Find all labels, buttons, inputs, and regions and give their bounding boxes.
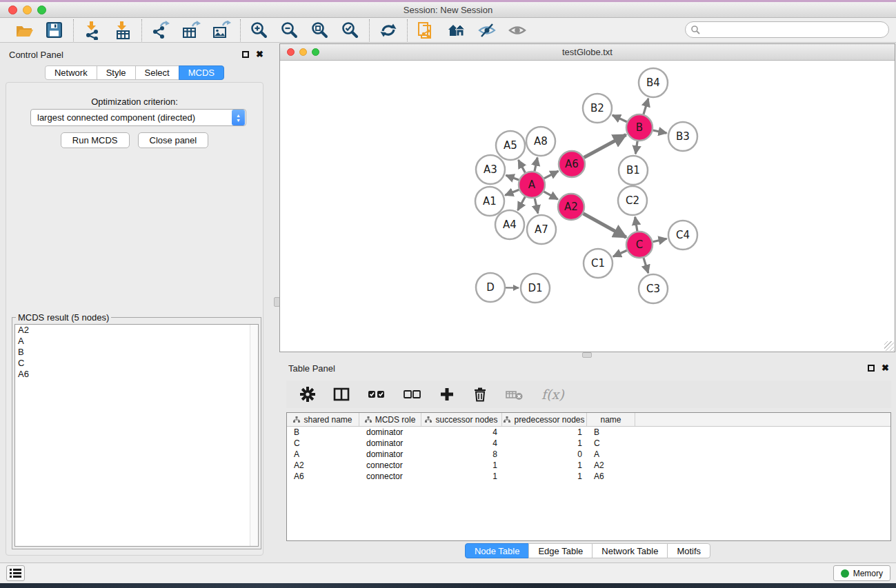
new-network-from-file-icon[interactable] (417, 21, 436, 40)
cell-predecessor-nodes[interactable]: 1 (502, 427, 587, 438)
cell-name[interactable]: A2 (587, 460, 635, 471)
table-row[interactable]: A2connector11A2 (287, 460, 890, 471)
cell-successor-nodes[interactable]: 8 (421, 449, 502, 460)
cell-mcds-role[interactable]: dominator (359, 427, 421, 438)
export-network-icon[interactable] (151, 21, 170, 40)
edge-A6-B[interactable] (584, 135, 626, 158)
edge-A-A6[interactable] (544, 171, 559, 179)
cell-predecessor-nodes[interactable]: 1 (502, 438, 587, 449)
horizontal-splitter-grip[interactable] (582, 352, 592, 358)
cell-shared-name[interactable]: C (287, 438, 359, 449)
cell-successor-nodes[interactable]: 4 (421, 438, 502, 449)
cell-name[interactable]: B (587, 427, 635, 438)
run-mcds-button[interactable]: Run MCDS (61, 132, 130, 148)
table-row[interactable]: Adominator80A (287, 449, 890, 460)
edge-C-C2[interactable] (635, 217, 637, 232)
result-item[interactable]: C (15, 358, 258, 369)
table-close-panel-icon[interactable]: ✖ (882, 365, 889, 372)
import-network-icon[interactable] (83, 21, 102, 40)
tab-network-table[interactable]: Network Table (592, 543, 668, 558)
result-item[interactable]: A6 (15, 369, 258, 380)
tab-select[interactable]: Select (135, 65, 179, 80)
search-input[interactable] (685, 21, 889, 38)
tab-mcds[interactable]: MCDS (179, 65, 224, 80)
node-table[interactable]: shared nameMCDS rolesuccessor nodesprede… (286, 412, 891, 541)
tab-edge-table[interactable]: Edge Table (528, 543, 593, 558)
task-history-button[interactable] (6, 565, 25, 581)
edge-A-A3[interactable] (506, 175, 519, 180)
close-panel-icon[interactable]: ✖ (256, 51, 263, 58)
cell-name[interactable]: A6 (587, 471, 635, 482)
edge-B-B2[interactable] (613, 115, 627, 122)
save-session-icon[interactable] (45, 21, 64, 40)
zoom-selected-icon[interactable] (341, 21, 360, 40)
cell-predecessor-nodes[interactable]: 0 (502, 449, 587, 460)
export-table-icon[interactable] (181, 21, 201, 40)
cell-mcds-role[interactable]: connector (359, 460, 421, 471)
edge-A-A1[interactable] (505, 190, 519, 195)
show-column-icon[interactable] (333, 387, 350, 402)
column-header-successor-nodes[interactable]: successor nodes (421, 413, 502, 426)
tab-motifs[interactable]: Motifs (667, 543, 710, 558)
column-header-mcds-role[interactable]: MCDS role (359, 413, 421, 426)
settings-gear-icon[interactable] (300, 387, 315, 402)
edge-C-C3[interactable] (644, 258, 648, 273)
edge-C-C4[interactable] (653, 239, 667, 242)
function-builder-icon[interactable]: f(x) (541, 387, 564, 402)
delete-table-icon[interactable] (506, 387, 524, 402)
table-row[interactable]: A6connector11A6 (287, 471, 890, 482)
table-float-panel-icon[interactable] (868, 365, 875, 372)
close-panel-button[interactable]: Close panel (138, 132, 209, 148)
cell-predecessor-nodes[interactable]: 1 (502, 471, 587, 482)
column-header-name[interactable]: name (587, 413, 635, 426)
cell-shared-name[interactable]: A (287, 449, 359, 460)
cell-name[interactable]: A (587, 449, 635, 460)
mcds-result-list[interactable]: A2ABCA6 (14, 324, 259, 547)
select-all-checkboxes-icon[interactable] (368, 387, 386, 402)
result-item[interactable]: B (15, 347, 258, 358)
criterion-dropdown[interactable]: largest connected component (directed) ▲… (30, 109, 246, 126)
cell-successor-nodes[interactable]: 4 (421, 427, 502, 438)
home-view-icon[interactable] (447, 21, 466, 40)
cell-shared-name[interactable]: A6 (287, 471, 359, 482)
deselect-all-checkboxes-icon[interactable] (404, 387, 421, 402)
cell-successor-nodes[interactable]: 1 (421, 471, 502, 482)
zoom-fit-icon[interactable] (310, 21, 330, 40)
edge-A-A4[interactable] (518, 197, 526, 211)
cell-mcds-role[interactable]: dominator (359, 449, 421, 460)
table-row[interactable]: Bdominator41B (287, 427, 890, 438)
open-file-icon[interactable] (14, 21, 34, 40)
edge-B-B3[interactable] (653, 130, 667, 133)
window-resize-grip[interactable] (884, 341, 894, 351)
hide-selected-eye-icon[interactable] (477, 21, 497, 40)
edge-B-B1[interactable] (635, 141, 637, 154)
network-graph[interactable]: B4B2BB3B1A6A5A8A3AA1A4A7A2C2CC4C1C3DD1 (280, 61, 895, 352)
cell-shared-name[interactable]: B (287, 427, 359, 438)
cell-shared-name[interactable]: A2 (287, 460, 359, 471)
tab-node-table[interactable]: Node Table (465, 543, 530, 558)
edge-C-C1[interactable] (613, 250, 627, 256)
cell-mcds-role[interactable]: connector (359, 471, 421, 482)
cell-mcds-role[interactable]: dominator (359, 438, 421, 449)
table-row[interactable]: Cdominator41C (287, 438, 890, 449)
result-item[interactable]: A (15, 336, 258, 347)
tab-style[interactable]: Style (97, 65, 136, 80)
cell-successor-nodes[interactable]: 1 (421, 460, 502, 471)
edge-A-A7[interactable] (535, 199, 538, 214)
cell-name[interactable]: C (587, 438, 635, 449)
zoom-out-icon[interactable] (280, 21, 299, 40)
result-scrollbar[interactable] (250, 325, 258, 546)
delete-row-icon[interactable] (472, 387, 488, 402)
tab-network[interactable]: Network (45, 65, 97, 80)
column-header-shared-name[interactable]: shared name (287, 413, 359, 426)
float-panel-icon[interactable] (242, 51, 249, 58)
memory-button[interactable]: Memory (833, 565, 890, 581)
refresh-layout-icon[interactable] (379, 21, 398, 40)
edge-A2-C[interactable] (584, 214, 626, 238)
network-canvas[interactable]: B4B2BB3B1A6A5A8A3AA1A4A7A2C2CC4C1C3DD1 (280, 61, 895, 352)
cell-predecessor-nodes[interactable]: 1 (502, 460, 587, 471)
add-row-icon[interactable] (439, 387, 455, 402)
edge-A-A5[interactable] (519, 160, 526, 172)
edge-A-A2[interactable] (544, 192, 557, 199)
result-item[interactable]: A2 (15, 325, 258, 336)
